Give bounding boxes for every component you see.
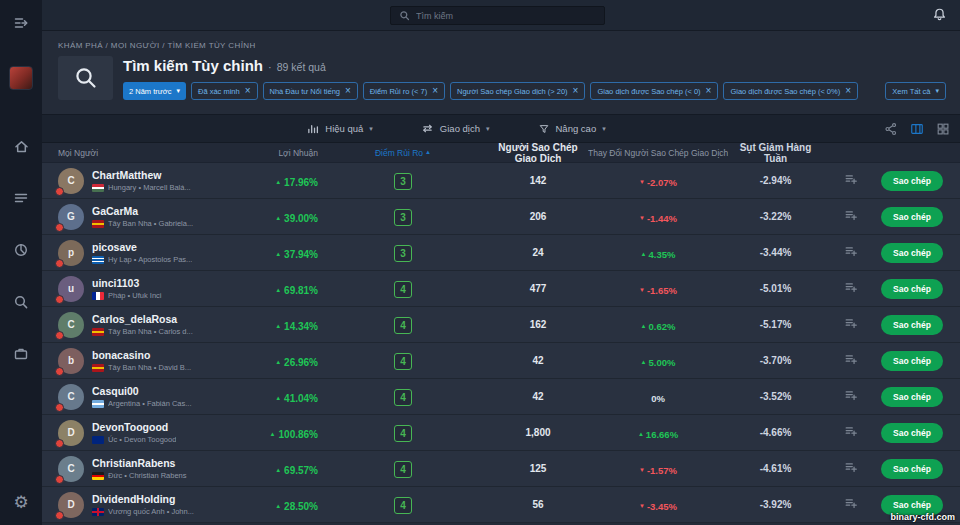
global-search[interactable] — [390, 6, 605, 25]
add-to-watchlist-button[interactable] — [844, 496, 858, 510]
markets-briefcase-icon[interactable] — [0, 338, 42, 370]
username[interactable]: Casqui00 — [92, 385, 192, 397]
risk-score[interactable]: 4 — [394, 317, 412, 334]
add-to-watchlist-button[interactable] — [844, 244, 858, 258]
column-weekly-drawdown[interactable]: Sụt Giảm Hàng Tuần — [728, 142, 823, 164]
avatar[interactable]: C — [58, 168, 84, 194]
table-row[interactable]: G GaCarMa Tây Ban Nha • Gabriela... 39.0… — [42, 199, 960, 235]
copy-button[interactable]: Sao chép — [881, 423, 943, 443]
copy-button[interactable]: Sao chép — [881, 171, 943, 191]
copy-button[interactable]: Sao chép — [881, 459, 943, 479]
period-filter-label: 2 Năm trước — [129, 87, 171, 96]
username[interactable]: bonacasino — [92, 349, 191, 361]
add-to-watchlist-button[interactable] — [844, 460, 858, 474]
column-copiers[interactable]: Người Sao Chép Giao Dịch — [488, 142, 588, 164]
filter-chip[interactable]: Giao dịch được Sao chép (< 0) × — [590, 82, 718, 100]
table-row[interactable]: b bonacasino Tây Ban Nha • David B... 26… — [42, 343, 960, 379]
avatar[interactable]: C — [58, 312, 84, 338]
portfolio-pie-icon[interactable] — [0, 234, 42, 266]
performance-dropdown[interactable]: Hiệu quả ▾ — [306, 122, 373, 135]
advanced-dropdown[interactable]: Nâng cao ▾ — [538, 122, 606, 135]
table-row[interactable]: D DevonToogood Úc • Devon Toogood 100.86… — [42, 415, 960, 451]
avatar[interactable]: C — [58, 456, 84, 482]
close-icon[interactable]: × — [245, 86, 251, 96]
risk-score[interactable]: 3 — [394, 173, 412, 190]
home-icon[interactable] — [0, 130, 42, 162]
country-fullname: Vương quốc Anh • John... — [108, 507, 194, 516]
column-people[interactable]: Mọi Người — [58, 148, 218, 158]
column-copiers-change[interactable]: Thay Đổi Người Sao Chép Giao Dịch — [588, 148, 728, 158]
username[interactable]: Carlos_delaRosa — [92, 313, 193, 325]
copy-button[interactable]: Sao chép — [881, 315, 943, 335]
username[interactable]: ChristianRabens — [92, 457, 187, 469]
expand-menu-icon[interactable] — [0, 8, 42, 38]
copy-button[interactable]: Sao chép — [881, 387, 943, 407]
table-view-icon[interactable] — [910, 122, 924, 136]
search-icon[interactable] — [0, 286, 42, 318]
close-icon[interactable]: × — [345, 86, 351, 96]
search-input[interactable] — [416, 11, 596, 21]
avatar[interactable]: D — [58, 420, 84, 446]
copy-button[interactable]: Sao chép — [881, 351, 943, 371]
risk-score[interactable]: 4 — [394, 497, 412, 514]
filter-chip[interactable]: Điểm Rủi ro (< 7) × — [363, 82, 445, 100]
username[interactable]: DevonToogood — [92, 421, 176, 433]
trading-dropdown[interactable]: Giao dịch ▾ — [421, 122, 490, 135]
table-row[interactable]: C Carlos_delaRosa Tây Ban Nha • Carlos d… — [42, 307, 960, 343]
share-icon[interactable] — [884, 122, 898, 136]
username[interactable]: DividendHolding — [92, 493, 194, 505]
avatar[interactable]: D — [58, 492, 84, 518]
filter-chip[interactable]: Nhà Đầu tư Nổi tiếng × — [263, 82, 358, 100]
username[interactable]: GaCarMa — [92, 205, 193, 217]
close-icon[interactable]: × — [432, 86, 438, 96]
add-to-watchlist-button[interactable] — [844, 352, 858, 366]
avatar[interactable]: u — [58, 276, 84, 302]
notifications-bell-icon[interactable] — [932, 7, 947, 22]
copy-button[interactable]: Sao chép — [881, 279, 943, 299]
close-icon[interactable]: × — [573, 86, 579, 96]
feed-list-icon[interactable] — [0, 182, 42, 214]
risk-score[interactable]: 4 — [394, 425, 412, 442]
copy-button[interactable]: Sao chép — [881, 207, 943, 227]
avatar[interactable]: p — [58, 240, 84, 266]
grid-view-icon[interactable] — [936, 122, 950, 136]
add-to-watchlist-button[interactable] — [844, 172, 858, 186]
add-to-watchlist-button[interactable] — [844, 424, 858, 438]
view-all-dropdown[interactable]: Xem Tất cả ▾ — [885, 82, 946, 100]
period-filter-dropdown[interactable]: 2 Năm trước ▾ — [123, 82, 186, 100]
column-risk-sorted[interactable]: Điểm Rủi Ro▲ — [318, 148, 488, 158]
filter-chip[interactable]: Người Sao chép Giao dịch (> 20) × — [450, 82, 585, 100]
username[interactable]: ChartMatthew — [92, 169, 191, 181]
country-fullname: Hy Lạp • Apostolos Pas... — [108, 255, 192, 264]
table-row[interactable]: C ChartMatthew Hungary • Marcell Balá...… — [42, 163, 960, 199]
profile-avatar[interactable] — [9, 66, 33, 90]
copy-button[interactable]: Sao chép — [881, 243, 943, 263]
username[interactable]: picosave — [92, 241, 192, 253]
risk-score[interactable]: 4 — [394, 353, 412, 370]
risk-score[interactable]: 4 — [394, 389, 412, 406]
table-row[interactable]: C ChristianRabens Đức • Christian Rabens… — [42, 451, 960, 487]
column-gain[interactable]: Lợi Nhuận — [218, 148, 318, 158]
table-row[interactable]: D DividendHolding Vương quốc Anh • John.… — [42, 487, 960, 523]
add-to-watchlist-button[interactable] — [844, 208, 858, 222]
close-icon[interactable]: × — [706, 86, 712, 96]
table-row[interactable]: u uinci1103 Pháp • Ufuk Inci 69.81% 4 47… — [42, 271, 960, 307]
settings-gear-icon[interactable]: ⚙ — [0, 487, 42, 517]
filter-chip[interactable]: Đã xác minh × — [191, 82, 258, 100]
filter-chip[interactable]: Giao dịch được Sao chép (< 0%) × — [723, 82, 858, 100]
risk-score[interactable]: 3 — [394, 245, 412, 262]
risk-score[interactable]: 4 — [394, 281, 412, 298]
add-to-watchlist-button[interactable] — [844, 280, 858, 294]
avatar[interactable]: G — [58, 204, 84, 230]
breadcrumb[interactable]: KHÁM PHÁ / MỌI NGƯỜI / TÌM KIẾM TÙY CHỈN… — [42, 31, 960, 50]
table-row[interactable]: C Casqui00 Argentina • Fabián Cas... 41.… — [42, 379, 960, 415]
avatar[interactable]: b — [58, 348, 84, 374]
avatar[interactable]: C — [58, 384, 84, 410]
risk-score[interactable]: 4 — [394, 461, 412, 478]
table-row[interactable]: p picosave Hy Lạp • Apostolos Pas... 37.… — [42, 235, 960, 271]
add-to-watchlist-button[interactable] — [844, 316, 858, 330]
username[interactable]: uinci1103 — [92, 277, 162, 289]
risk-score[interactable]: 3 — [394, 209, 412, 226]
close-icon[interactable]: × — [845, 86, 851, 96]
add-to-watchlist-button[interactable] — [844, 388, 858, 402]
